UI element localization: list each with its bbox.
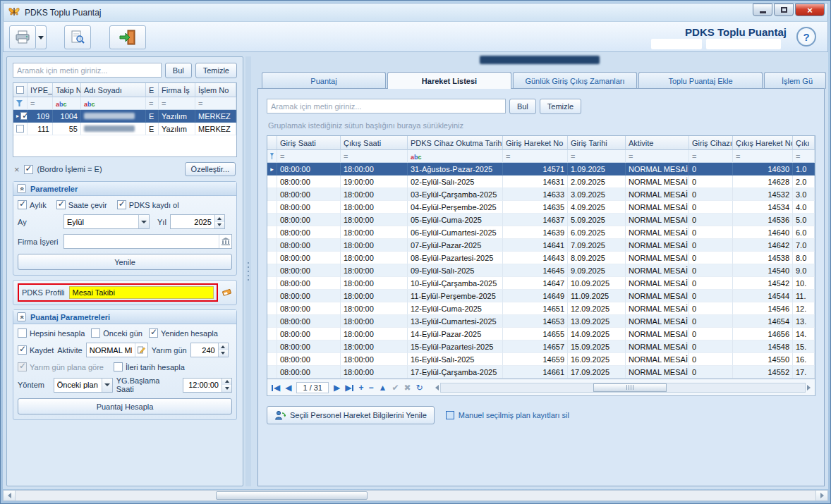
movements-search-input[interactable] (267, 99, 506, 113)
scroll-left-icon[interactable] (435, 385, 439, 391)
maximize-button[interactable] (774, 4, 794, 16)
column-header[interactable]: Giriş Saati (277, 136, 341, 150)
movement-row[interactable]: 08:00:0018:00:0009-Eylül-Salı-2025146459… (267, 264, 815, 277)
yarim-gun-spinner[interactable] (190, 343, 229, 357)
movement-row[interactable]: 08:00:0018:00:0012-Eylül-Cuma-2025146511… (267, 302, 815, 315)
movement-row[interactable]: 08:00:0018:00:0013-Eylül-Cumartesi-20251… (267, 315, 815, 328)
column-header[interactable]: PDKS Cihaz Okutma Tarih (408, 136, 503, 150)
aylik-checkbox[interactable] (18, 200, 27, 209)
hepsini-hesapla-checkbox[interactable] (18, 328, 27, 338)
chevron-down-icon[interactable] (138, 215, 149, 228)
scroll-left-button[interactable] (4, 491, 16, 500)
puantaj-parameters-header[interactable]: « Puantaj Parametreleri (13, 310, 236, 324)
row-checkbox-cell[interactable]: ▸ (13, 110, 28, 123)
aktivite-input[interactable] (87, 343, 135, 357)
exit-button[interactable] (109, 25, 146, 49)
movement-row[interactable]: 08:00:0018:00:0003-Eylül-Çarşamba-202514… (267, 188, 815, 201)
main-horizontal-scrollbar[interactable] (3, 490, 828, 501)
movement-row[interactable]: 08:00:0018:00:0006-Eylül-Cumartesi-20251… (267, 226, 815, 239)
tab-islem-gu[interactable]: İşlem Gü (764, 72, 826, 89)
refresh-selected-personnel-button[interactable]: Seçili Personel Hareket Bilgilerini Yeni… (267, 406, 435, 424)
column-header[interactable]: IYPE_I (28, 83, 53, 97)
scroll-right-icon[interactable] (807, 385, 811, 391)
filter-cell[interactable]: = (503, 150, 568, 163)
personnel-clear-button[interactable]: Temizle (195, 63, 237, 78)
filter-cell[interactable]: = (733, 150, 793, 163)
prev-page-button[interactable]: ◀ (285, 383, 291, 392)
personnel-search-input[interactable] (13, 63, 162, 78)
spin-up-icon[interactable] (219, 343, 228, 350)
yg-baslama-spinner[interactable] (183, 378, 232, 393)
movement-row[interactable]: 08:00:0018:00:0016-Eylül-Salı-2025146591… (267, 353, 815, 366)
edit-row-button[interactable]: ▲ (379, 383, 387, 392)
filter-enabled-checkbox[interactable] (24, 165, 33, 174)
company-input[interactable] (64, 235, 219, 248)
yontem-combo-value[interactable] (54, 379, 102, 392)
movement-row[interactable]: 08:00:0018:00:0005-Eylül-Cuma-2025146375… (267, 214, 815, 226)
scroll-right-button[interactable] (815, 491, 827, 500)
column-header[interactable]: Giriş Hareket No (503, 136, 568, 150)
tab-puantaj[interactable]: Puantaj (262, 72, 386, 89)
minimize-button[interactable] (753, 4, 772, 16)
company-field[interactable] (63, 234, 232, 249)
filter-cell[interactable]: = (689, 150, 733, 163)
column-header[interactable]: Çıkış Saati (341, 136, 408, 150)
refresh-button[interactable]: Yenile (18, 254, 232, 270)
filter-funnel-icon[interactable] (16, 100, 23, 106)
spin-down-icon[interactable] (219, 350, 228, 357)
print-button[interactable] (9, 25, 36, 49)
pdks-kaydi-checkbox[interactable] (117, 200, 126, 209)
grid-horizontal-scrollbar[interactable] (435, 383, 811, 393)
filter-cell[interactable]: = (568, 150, 626, 163)
tab-toplu-puantaj-ekle[interactable]: Toplu Puantaj Ekle (638, 72, 763, 89)
column-header[interactable]: E (146, 83, 159, 97)
column-header[interactable]: Firma İş (159, 83, 195, 97)
yg-baslama-value[interactable] (183, 379, 222, 392)
month-combo[interactable] (63, 214, 150, 229)
last-page-button[interactable]: ▶ (345, 383, 353, 392)
print-preview-button[interactable] (64, 25, 91, 49)
yarim-gun-value[interactable] (191, 343, 218, 357)
select-all-checkbox-cell[interactable] (13, 83, 28, 97)
column-header[interactable]: Giriş Tarihi (568, 136, 626, 150)
aktivite-field[interactable] (86, 343, 148, 357)
column-header[interactable]: Takip N (53, 83, 81, 97)
filter-cell[interactable]: = (28, 97, 53, 110)
starts-with-filter-icon[interactable]: abc (56, 99, 67, 108)
personnel-find-button[interactable]: Bul (165, 63, 192, 78)
pdks-profile-value[interactable]: Mesai Takibi (69, 286, 214, 299)
onceki-gun-checkbox[interactable] (91, 328, 100, 338)
clear-filter-icon[interactable]: × (14, 165, 20, 174)
filter-cell[interactable]: abc (408, 150, 503, 163)
starts-with-filter-icon[interactable]: abc (411, 152, 422, 161)
close-button[interactable]: × (795, 4, 825, 16)
starts-with-filter-icon[interactable]: abc (84, 99, 95, 108)
profile-tag-icon[interactable] (222, 288, 232, 298)
delete-manual-plans-item[interactable]: Manuel seçilmiş plan kayıtları sil (446, 411, 569, 419)
movement-row[interactable]: 08:00:0018:00:0014-Eylül-Pazar-202514655… (267, 328, 815, 340)
refresh-grid-button[interactable]: ↻ (416, 383, 423, 392)
movement-row[interactable]: 08:00:0018:00:0007-Eylül-Pazar-202514641… (267, 239, 815, 252)
cancel-edit-button[interactable]: ✖ (404, 383, 411, 392)
movement-row[interactable]: 08:00:0018:00:0004-Eylül-Perşembe-202514… (267, 201, 815, 214)
parameters-header[interactable]: « Parametreler (13, 182, 236, 196)
group-by-hint[interactable]: Gruplamak istediğiniz sütun başlığını bu… (268, 121, 815, 130)
panel-splitter[interactable] (245, 56, 251, 486)
row-select-checkbox[interactable] (20, 112, 28, 120)
row-select-checkbox[interactable] (16, 125, 24, 133)
filter-cell[interactable]: abc (53, 97, 81, 110)
print-dropdown-button[interactable] (36, 25, 47, 49)
column-header[interactable]: Aktivite (626, 136, 689, 150)
filter-funnel-icon[interactable] (270, 153, 274, 159)
delete-row-button[interactable]: − (368, 383, 373, 392)
spin-down-icon[interactable] (215, 222, 224, 229)
tab-gunluk-giris-cikis[interactable]: Günlük Giriş Çıkış Zamanları (513, 72, 637, 89)
month-combo-value[interactable] (64, 215, 138, 228)
yontem-combo[interactable] (54, 378, 113, 393)
personnel-row[interactable]: 11155EYazılımMERKEZ (13, 123, 236, 135)
movement-row[interactable]: 08:00:0018:00:0017-Eylül-Çarşamba-202514… (267, 366, 815, 379)
spin-up-icon[interactable] (222, 379, 231, 386)
kaydet-checkbox[interactable] (18, 345, 27, 355)
puantaj-hesapla-button[interactable]: Puantaj Hesapla (18, 398, 232, 414)
collapse-icon[interactable]: « (17, 184, 26, 193)
